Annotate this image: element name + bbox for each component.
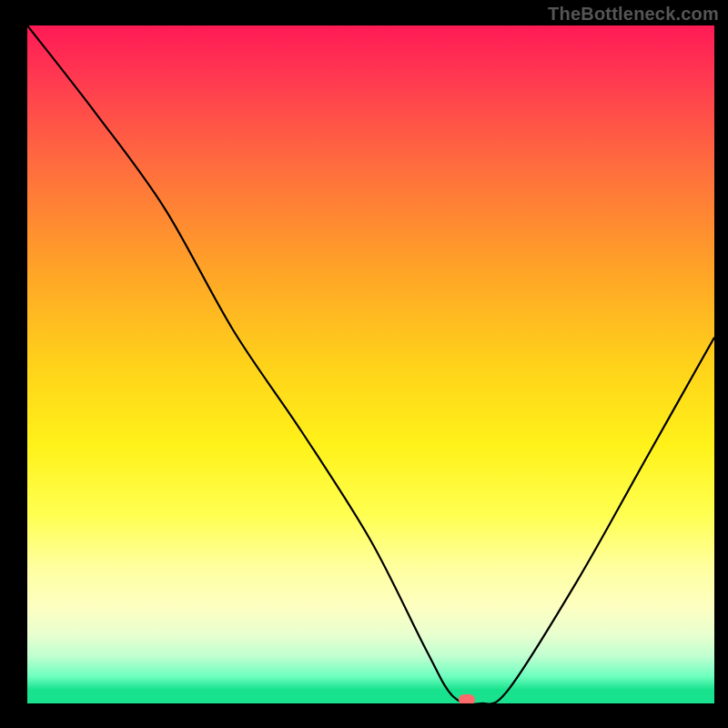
watermark-text: TheBottleneck.com xyxy=(548,4,719,25)
plot-area xyxy=(27,25,714,703)
optimal-marker xyxy=(459,694,475,703)
curve-path xyxy=(27,25,714,703)
chart-stage: TheBottleneck.com xyxy=(0,0,728,728)
bottleneck-curve xyxy=(27,25,714,703)
